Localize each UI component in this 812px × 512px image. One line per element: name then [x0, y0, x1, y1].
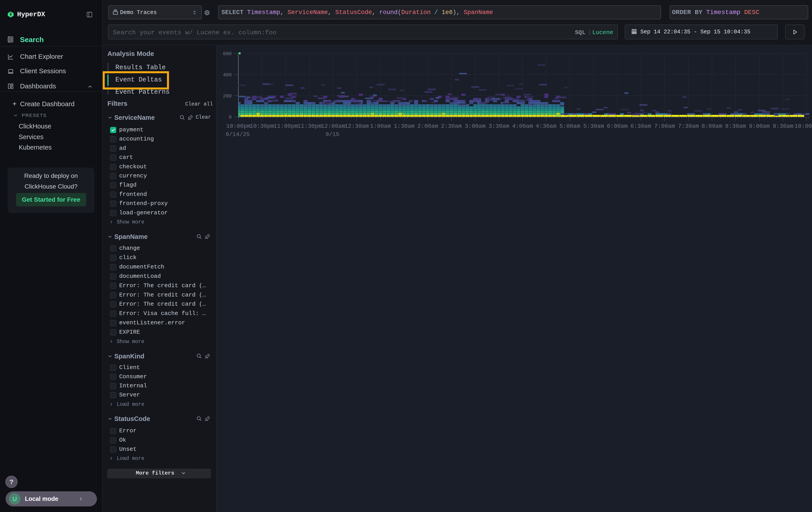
svg-text:6:00am: 6:00am — [607, 123, 628, 130]
svg-text:10:00am: 10:00am — [794, 123, 812, 130]
svg-text:9/14/25: 9/14/25 — [226, 131, 250, 138]
svg-text:2:30am: 2:30am — [441, 123, 462, 130]
svg-text:0: 0 — [229, 115, 232, 120]
svg-text:12:30am: 12:30am — [344, 123, 369, 130]
svg-text:9:30am: 9:30am — [773, 123, 793, 130]
svg-text:12:00am: 12:00am — [321, 123, 345, 130]
svg-text:11:30pm: 11:30pm — [297, 123, 321, 130]
svg-text:200: 200 — [223, 93, 232, 99]
svg-text:9/15: 9/15 — [325, 131, 339, 138]
svg-text:2:00am: 2:00am — [417, 123, 438, 130]
svg-text:11:00pm: 11:00pm — [273, 123, 298, 130]
svg-text:7:00am: 7:00am — [654, 123, 675, 130]
svg-text:600: 600 — [223, 51, 232, 57]
svg-text:5:00am: 5:00am — [559, 123, 580, 130]
svg-text:3:30am: 3:30am — [489, 123, 510, 130]
svg-text:9:00am: 9:00am — [749, 123, 770, 130]
svg-text:8:30am: 8:30am — [725, 123, 746, 130]
svg-text:10:00pm: 10:00pm — [226, 123, 250, 130]
svg-text:4:00am: 4:00am — [512, 123, 533, 130]
svg-text:1:30am: 1:30am — [394, 123, 415, 130]
svg-text:400: 400 — [223, 72, 232, 78]
svg-text:1:00am: 1:00am — [370, 123, 391, 130]
svg-text:8:00am: 8:00am — [701, 123, 722, 130]
svg-text:7:30am: 7:30am — [678, 123, 699, 130]
svg-text:3:00am: 3:00am — [465, 123, 486, 130]
svg-text:6:30am: 6:30am — [630, 123, 651, 130]
svg-text:10:30pm: 10:30pm — [250, 123, 274, 130]
svg-text:4:30am: 4:30am — [535, 123, 556, 130]
svg-text:5:30am: 5:30am — [583, 123, 604, 130]
